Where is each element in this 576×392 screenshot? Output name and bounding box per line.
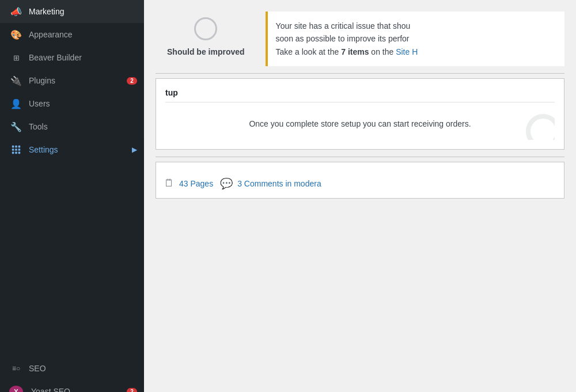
sidebar-item-label: Marketing <box>29 7 137 16</box>
beaver-builder-icon: ⊞ <box>9 54 23 62</box>
plugins-icon: 🔌 <box>9 75 23 86</box>
svg-rect-4 <box>15 149 17 151</box>
svg-rect-6 <box>12 152 14 154</box>
stat-pages[interactable]: 🗒 43 Pages <box>164 177 213 190</box>
plugins-badge: 2 <box>127 77 137 85</box>
sidebar-item-label: SEO <box>29 364 137 373</box>
svg-rect-1 <box>15 146 17 148</box>
sidebar-item-label: Plugins <box>29 76 127 85</box>
sidebar-item-yoast-seo[interactable]: Y Yoast SEO 2 <box>0 380 144 392</box>
appearance-icon: 🎨 <box>9 29 23 40</box>
main-content: Should be improved Your site has a criti… <box>144 0 576 392</box>
settings-section: Settings ▶ General Writing Reading Discu… <box>0 138 144 161</box>
circle-section: Should be improved <box>156 12 256 62</box>
stat-pages-label: 43 Pages <box>179 179 213 188</box>
comments-icon: 💬 <box>220 177 233 190</box>
svg-rect-3 <box>12 149 14 151</box>
sidebar-item-label: Appearance <box>29 30 137 39</box>
divider2 <box>165 102 555 102</box>
sidebar-item-users[interactable]: 👤 Users <box>0 92 144 115</box>
marketing-icon: 📣 <box>9 6 23 17</box>
users-icon: 👤 <box>9 98 23 109</box>
sidebar-item-marketing[interactable]: 📣 Marketing <box>0 0 144 23</box>
sidebar-item-beaver-builder[interactable]: ⊞ Beaver Builder <box>0 46 144 69</box>
critical-notice: Your site has a critical issue that shou… <box>266 12 564 66</box>
divider3 <box>156 157 564 157</box>
sidebar: 📣 Marketing 🎨 Appearance ⊞ Beaver Builde… <box>0 0 144 392</box>
sidebar-item-tools[interactable]: 🔧 Tools <box>0 115 144 138</box>
sidebar-item-label: Yoast SEO <box>31 387 127 392</box>
svg-rect-8 <box>18 152 21 154</box>
sidebar-item-seo[interactable]: ≡○ SEO <box>0 357 144 380</box>
setup-text: Once you complete store setup you can st… <box>175 117 545 130</box>
sidebar-item-appearance[interactable]: 🎨 Appearance <box>0 23 144 46</box>
seo-icon: ≡○ <box>9 364 23 372</box>
settings-icon <box>9 144 23 155</box>
divider1 <box>156 73 564 74</box>
sidebar-wrapper: 📣 Marketing 🎨 Appearance ⊞ Beaver Builde… <box>0 0 144 392</box>
performance-circle-icon <box>194 17 217 40</box>
stats-section: 🗒 43 Pages 💬 3 Comments in modera <box>156 162 564 199</box>
yoast-icon: Y <box>9 386 23 392</box>
svg-rect-7 <box>15 152 17 154</box>
stat-comments-label: 3 Comments in modera <box>237 179 321 188</box>
yoast-badge: 2 <box>127 388 137 393</box>
sidebar-item-label: Beaver Builder <box>29 53 137 62</box>
pages-icon: 🗒 <box>164 177 175 189</box>
svg-rect-0 <box>12 146 14 148</box>
notice-text2: soon as possible to improve its perfor <box>276 34 410 43</box>
sidebar-item-plugins[interactable]: 🔌 Plugins 2 <box>0 69 144 92</box>
notice-text3: Take a look at the <box>276 47 342 56</box>
performance-header: Should be improved Your site has a criti… <box>156 12 564 66</box>
stat-comments[interactable]: 💬 3 Comments in modera <box>220 177 321 190</box>
stats-row: 🗒 43 Pages 💬 3 Comments in modera <box>164 177 556 190</box>
settings-arrow-icon: ▶ <box>132 146 137 154</box>
setup-body: Once you complete store setup you can st… <box>165 108 555 139</box>
svg-rect-5 <box>18 149 21 151</box>
sidebar-item-label: Tools <box>29 122 137 131</box>
sidebar-item-label: Users <box>29 99 137 108</box>
setup-decoration <box>509 108 555 139</box>
store-setup-section: tup Once you complete store setup you ca… <box>156 78 564 149</box>
main-inner: Should be improved Your site has a criti… <box>144 0 576 392</box>
setup-heading: tup <box>165 88 555 97</box>
notice-text4: on the <box>369 47 396 56</box>
svg-rect-2 <box>18 146 21 148</box>
performance-circle-label: Should be improved <box>167 47 245 56</box>
sidebar-item-label: Settings <box>29 145 130 154</box>
notice-bold: 7 items <box>341 47 369 56</box>
tools-icon: 🔧 <box>9 121 23 132</box>
notice-text1: Your site has a critical issue that shou <box>276 21 411 31</box>
sidebar-item-settings[interactable]: Settings ▶ <box>0 138 144 161</box>
notice-link[interactable]: Site H <box>396 47 418 56</box>
